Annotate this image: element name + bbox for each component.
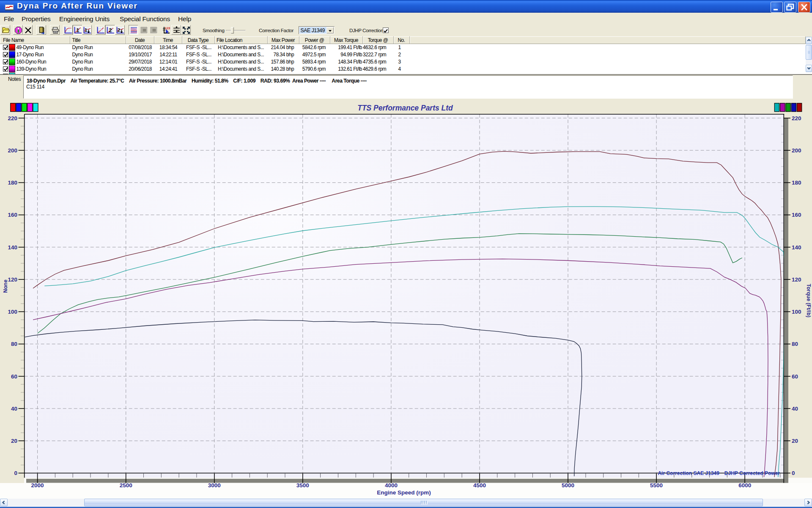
svg-text:5500: 5500 [650, 482, 663, 489]
svg-text:160: 160 [792, 212, 801, 218]
svg-text:40: 40 [11, 406, 17, 412]
svg-text:None: None [3, 279, 8, 293]
svg-text:TTS Performance Parts Ltd: TTS Performance Parts Ltd [357, 104, 453, 112]
svg-text:120: 120 [8, 276, 17, 283]
svg-text:180: 180 [792, 179, 801, 186]
svg-text:80: 80 [792, 341, 798, 347]
svg-text:Air Correction SAE J1349 DJHP: Air Correction SAE J1349 DJHP Corrected … [658, 470, 780, 476]
svg-text:100: 100 [8, 309, 17, 315]
svg-text:120: 120 [792, 276, 801, 283]
svg-text:140: 140 [792, 244, 801, 251]
svg-text:Torque (Ft/lb): Torque (Ft/lb) [806, 284, 812, 318]
svg-text:220: 220 [792, 115, 801, 121]
svg-text:40: 40 [792, 406, 798, 412]
svg-text:0: 0 [14, 470, 17, 476]
svg-text:200: 200 [792, 147, 801, 154]
svg-text:20: 20 [792, 438, 798, 444]
svg-text:60: 60 [11, 373, 17, 380]
svg-text:0: 0 [792, 470, 795, 476]
svg-text:2000: 2000 [31, 482, 44, 489]
svg-text:5000: 5000 [562, 482, 574, 489]
svg-text:4000: 4000 [385, 482, 398, 489]
svg-text:20: 20 [11, 438, 17, 444]
svg-text:3500: 3500 [296, 482, 309, 489]
svg-text:3000: 3000 [208, 482, 221, 489]
svg-text:100: 100 [792, 309, 801, 315]
svg-text:140: 140 [8, 244, 17, 251]
svg-text:180: 180 [8, 179, 17, 186]
svg-text:200: 200 [8, 147, 17, 154]
svg-text:220: 220 [8, 115, 17, 121]
svg-text:Engine Speed (rpm): Engine Speed (rpm) [377, 489, 431, 496]
svg-text:60: 60 [792, 373, 798, 380]
svg-text:2500: 2500 [120, 482, 132, 489]
svg-text:160: 160 [8, 212, 17, 218]
svg-text:4500: 4500 [473, 482, 486, 489]
svg-text:80: 80 [11, 341, 17, 347]
svg-text:6000: 6000 [738, 482, 751, 489]
